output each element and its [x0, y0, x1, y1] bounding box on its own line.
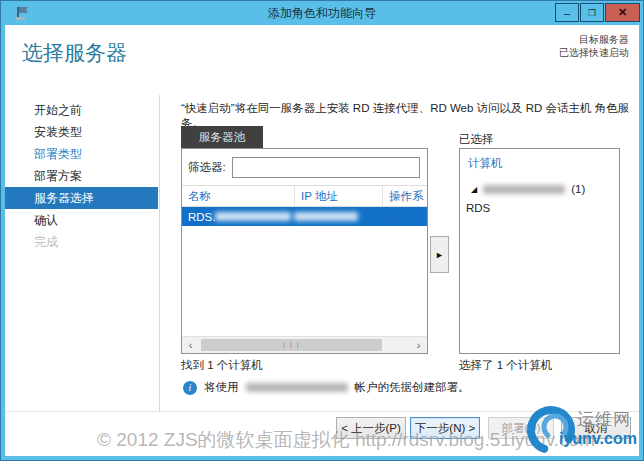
sidebar-item-results: 完成: [5, 231, 158, 253]
scrollbar-thumb[interactable]: ❘❘❘: [201, 339, 382, 351]
computer-group-header: 计算机: [460, 149, 619, 171]
cancel-button[interactable]: 取消: [561, 417, 631, 439]
wizard-window: 添加角色和功能向导 – ❐ ✕ 选择服务器 目标服务器 已选择快速启动 开始之前…: [0, 0, 644, 461]
tree-expanded-icon[interactable]: ◢: [471, 185, 477, 194]
wizard-content: 选择服务器 目标服务器 已选择快速启动 开始之前 安装类型 部署类型 部署方案 …: [5, 25, 639, 456]
computers-selected-text: 选择了 1 个计算机: [459, 358, 552, 373]
redacted-server-name: [215, 212, 291, 221]
filter-row: 筛选器:: [182, 149, 427, 185]
window-title: 添加角色和功能向导: [1, 1, 643, 25]
server-pool-panel: 筛选器: 名称 IP 地址 操作系统 RDS. ‹ ❘❘❘: [181, 148, 428, 354]
scroll-right-icon[interactable]: ›: [410, 337, 427, 353]
redacted-server-ip: [294, 212, 358, 221]
selected-panel-label: 已选择: [459, 132, 494, 147]
filter-label: 筛选器:: [188, 160, 226, 175]
info-icon: i: [183, 381, 197, 395]
column-header-os[interactable]: 操作系统: [382, 186, 427, 206]
add-server-button[interactable]: ►: [430, 236, 449, 273]
server-ip-cell: [294, 212, 382, 221]
info-text-prefix: 将使用: [204, 380, 239, 395]
page-title: 选择服务器: [22, 39, 127, 67]
scroll-left-icon[interactable]: ‹: [182, 337, 199, 353]
target-server-info: 目标服务器 已选择快速启动: [559, 33, 629, 59]
sidebar-divider: [159, 95, 160, 411]
titlebar: 添加角色和功能向导 – ❐ ✕: [1, 1, 643, 25]
computers-found-text: 找到 1 个计算机: [181, 358, 263, 373]
footer-separator: [5, 411, 639, 412]
column-header-name[interactable]: 名称: [182, 186, 294, 206]
close-button[interactable]: ✕: [605, 3, 640, 22]
server-name-cell: RDS.: [182, 211, 294, 223]
sidebar-item-before-you-begin[interactable]: 开始之前: [5, 99, 158, 121]
sidebar-item-deployment-scenario[interactable]: 部署方案: [5, 165, 158, 187]
selected-computers-panel: 计算机 ◢ (1) RDS: [459, 148, 620, 354]
column-header-ip[interactable]: IP 地址: [294, 186, 382, 206]
next-button[interactable]: 下一步(N) >: [410, 417, 480, 439]
target-server-value: 已选择快速启动: [559, 46, 629, 59]
server-grid-header: 名称 IP 地址 操作系统: [182, 185, 427, 207]
selected-tree-node[interactable]: ◢ (1): [460, 183, 619, 195]
maximize-button[interactable]: ❐: [580, 3, 604, 22]
right-arrow-icon: ►: [435, 250, 444, 260]
filter-input[interactable]: [232, 157, 420, 178]
info-text-suffix: 帐户的凭据创建部署。: [355, 380, 470, 395]
redacted-account-name: [246, 383, 348, 392]
selected-tree-child[interactable]: RDS: [460, 202, 619, 214]
sidebar-item-confirmation[interactable]: 确认: [5, 209, 158, 231]
horizontal-scrollbar[interactable]: ‹ ❘❘❘ ›: [182, 336, 427, 353]
target-server-label: 目标服务器: [559, 33, 629, 46]
sidebar-item-deployment-type[interactable]: 部署类型: [5, 143, 158, 165]
redacted-domain-name: [483, 185, 565, 194]
tab-server-pool[interactable]: 服务器池: [181, 126, 263, 148]
deploy-button: 部署(D): [488, 417, 554, 439]
minimize-button[interactable]: –: [555, 3, 579, 22]
server-name-prefix: RDS.: [188, 211, 215, 223]
scrollbar-track[interactable]: ❘❘❘: [199, 337, 410, 353]
sidebar-item-server-selection[interactable]: 服务器选择: [5, 187, 158, 209]
credentials-info-row: i 将使用 帐户的凭据创建部署。: [183, 380, 470, 395]
previous-button[interactable]: < 上一步(P): [336, 417, 406, 439]
tree-node-count: (1): [571, 183, 585, 195]
sidebar-item-installation-type[interactable]: 安装类型: [5, 121, 158, 143]
